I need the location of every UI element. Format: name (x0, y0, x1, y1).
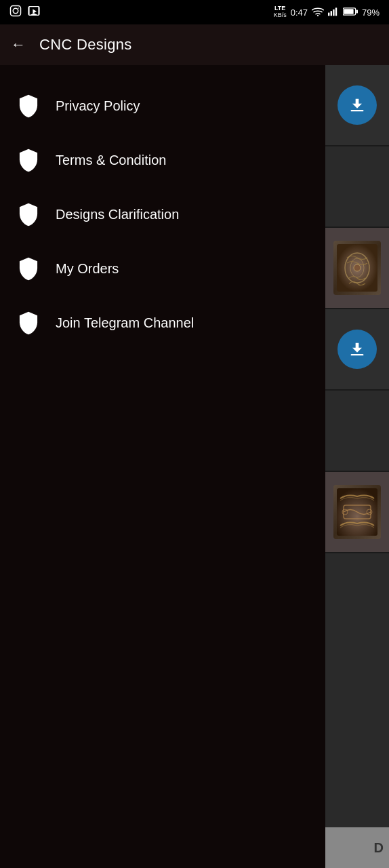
sidebar-cell-5 (325, 391, 389, 472)
main-container: Privacy Policy Terms & Condition Designs… (0, 65, 389, 868)
sidebar-cell-1 (325, 65, 389, 146)
battery-icon (343, 7, 358, 18)
instagram-icon (9, 5, 22, 20)
time-display: 0:47 (291, 7, 308, 18)
svg-rect-6 (328, 12, 329, 16)
shield-icon-orders (16, 256, 41, 281)
status-right-info: LTE KB/s 0:47 (274, 5, 380, 19)
menu-item-my-orders[interactable]: My Orders (0, 241, 325, 296)
sidebar-cell-3 (325, 228, 389, 309)
svg-rect-7 (331, 11, 332, 16)
shield-icon-privacy (16, 94, 41, 118)
menu-item-privacy-policy[interactable]: Privacy Policy (0, 79, 325, 133)
bottom-bar: D (325, 827, 389, 868)
sidebar-cell-7 (325, 553, 389, 868)
svg-rect-12 (344, 9, 353, 14)
svg-rect-13 (351, 110, 364, 111)
wifi-icon (312, 7, 324, 18)
shield-icon-telegram (16, 311, 41, 335)
status-bar: LTE KB/s 0:47 (0, 0, 389, 24)
my-orders-label: My Orders (56, 261, 119, 277)
signal-icon (328, 7, 339, 18)
download-button-2[interactable] (337, 330, 377, 369)
status-left-icons (9, 5, 41, 20)
network-speed: KB/s (274, 12, 287, 19)
svg-point-1 (13, 8, 18, 14)
bottom-bar-label: D (374, 840, 384, 856)
download-button-1[interactable] (337, 85, 377, 125)
svg-rect-0 (11, 6, 21, 16)
privacy-policy-label: Privacy Policy (56, 98, 140, 114)
back-button[interactable]: ← (11, 36, 26, 54)
svg-point-5 (317, 14, 319, 16)
designs-clarification-label: Designs Clarification (56, 207, 179, 222)
svg-rect-8 (333, 9, 334, 16)
svg-rect-18 (351, 354, 364, 355)
terms-condition-label: Terms & Condition (56, 153, 166, 168)
carved-design-2 (333, 485, 381, 539)
shield-icon-terms (16, 148, 41, 172)
sidebar-cell-4 (325, 309, 389, 391)
sidebar-cell-6 (325, 472, 389, 553)
carved-design-1 (333, 241, 381, 295)
sidebar-cell-2 (325, 146, 389, 228)
sidebar-strip: D (325, 65, 389, 868)
svg-rect-11 (356, 9, 358, 13)
menu-item-designs-clarification[interactable]: Designs Clarification (0, 187, 325, 241)
shield-icon-designs (16, 202, 41, 226)
join-telegram-label: Join Telegram Channel (56, 315, 194, 331)
video-icon (27, 5, 41, 19)
svg-rect-9 (335, 7, 337, 16)
svg-point-17 (354, 264, 361, 271)
drawer-menu: Privacy Policy Terms & Condition Designs… (0, 65, 325, 868)
app-header: ← CNC Designs (0, 24, 389, 65)
battery-percent: 79% (362, 7, 380, 18)
svg-marker-4 (33, 9, 37, 14)
svg-point-2 (18, 7, 19, 9)
menu-item-join-telegram[interactable]: Join Telegram Channel (0, 296, 325, 350)
page-title: CNC Designs (39, 36, 132, 54)
menu-item-terms-condition[interactable]: Terms & Condition (0, 133, 325, 187)
